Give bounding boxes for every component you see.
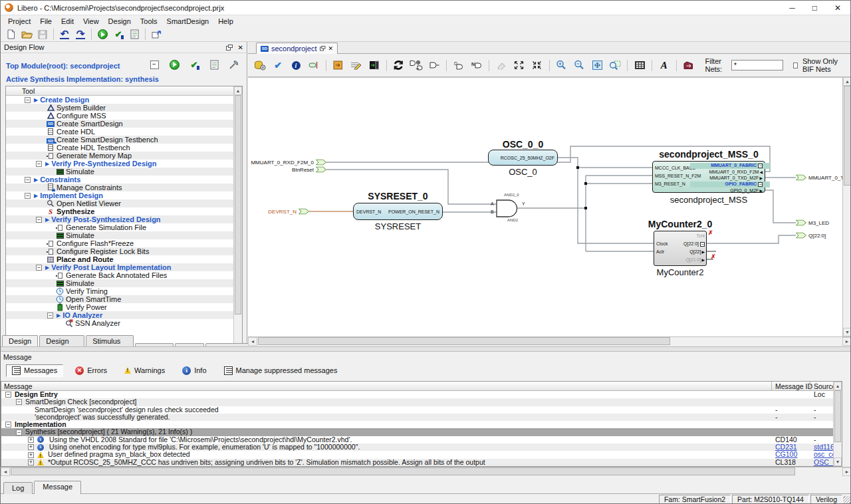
zoom-out-icon[interactable] — [571, 57, 587, 74]
message-row[interactable]: SmartDesign 'secondproject' design rules… — [1, 406, 842, 414]
scrollbar-thumb[interactable] — [834, 390, 841, 442]
expand-collapse-icon[interactable]: − — [5, 422, 11, 428]
disconnect-gate-icon[interactable] — [426, 57, 442, 74]
expand-collapse-icon[interactable]: − — [36, 265, 42, 271]
grid-icon[interactable] — [632, 57, 648, 74]
scroll-up-icon[interactable]: ▲ — [843, 77, 851, 86]
flow-tree-item-create-design[interactable]: −▶Create Design — [6, 96, 242, 104]
menu-help[interactable]: Help — [213, 17, 238, 26]
pin-power-on-reset-n[interactable]: POWER_ON_RESET_N — [388, 208, 439, 216]
expand-collapse-icon[interactable]: − — [25, 177, 31, 183]
minimize-view-icon[interactable] — [529, 57, 545, 74]
tab-log[interactable]: Log — [3, 482, 33, 494]
design-flow-scrollbar[interactable]: ▲ ▼ — [233, 86, 242, 372]
scrollbar-thumb[interactable] — [235, 95, 241, 315]
pin-q-22-0-[interactable]: Q[22:0]− — [665, 240, 705, 248]
scroll-up-icon[interactable]: ▲ — [834, 382, 842, 390]
zoom-in-icon[interactable] — [553, 57, 569, 74]
generate-component-icon[interactable] — [252, 57, 268, 74]
canvas-vertical-scrollbar[interactable]: ▲ ▼ — [842, 77, 851, 336]
instance-sysreset[interactable]: DEVRST_N POWER_ON_RESET_N — [353, 203, 443, 220]
message-row[interactable]: −Design Entry — [1, 391, 842, 398]
flow-tree-item-verify-post-layout-implementation[interactable]: −▶Verify Post Layout Implementation — [6, 263, 242, 271]
expand-collapse-icon[interactable]: − — [36, 161, 42, 167]
verify-flow-icon[interactable]: ✔ — [187, 58, 201, 71]
close-tab-icon[interactable]: ✕ — [328, 45, 334, 52]
flow-tree-item-create-smartdesign-testbench[interactable]: SDCreate SmartDesign Testbench — [6, 136, 242, 144]
collapse-all-icon[interactable]: − — [147, 58, 162, 71]
message-id-cell[interactable]: CG100 — [775, 451, 808, 458]
expand-collapse-icon[interactable]: + — [28, 459, 34, 465]
menu-view[interactable]: View — [78, 17, 104, 26]
manage-suppressed-messages-button[interactable]: Manage suppressed messages — [219, 365, 343, 376]
instance-title-mycounter2[interactable]: MyCounter2_0 — [644, 219, 717, 229]
instance-title-sysreset[interactable]: SYSRESET_0 — [353, 191, 443, 201]
flow-tree-item-implement-design[interactable]: −▶Implement Design — [6, 191, 242, 199]
menu-edit[interactable]: Edit — [57, 17, 78, 26]
column-message-id[interactable]: Message ID — [775, 382, 812, 390]
expand-collapse-icon[interactable]: − — [47, 313, 53, 318]
memory-map-icon[interactable] — [330, 57, 346, 74]
pin-gpio-0-m2f[interactable]: GPIO_0_M2F▶ — [690, 188, 763, 193]
promote-gate-icon[interactable]: D — [451, 57, 467, 74]
and2-pin-a[interactable]: A — [491, 201, 494, 206]
tool-column-header[interactable]: Tool — [6, 86, 242, 96]
scroll-down-icon[interactable]: ▼ — [834, 457, 842, 466]
menu-file[interactable]: File — [35, 17, 57, 26]
flow-tree-item-synthesize[interactable]: SSynthesize — [6, 207, 242, 215]
report-flow-icon[interactable] — [207, 58, 221, 71]
flow-tree-item-create-hdl[interactable]: Create HDL — [6, 128, 242, 136]
report-icon[interactable] — [127, 28, 142, 41]
undo-icon[interactable]: ↶ — [57, 28, 72, 41]
add-text-icon[interactable]: A — [656, 57, 672, 74]
instance-mss[interactable]: MCCC_CLK_BASEMSS_RESET_N_F2MM3_RESET_N M… — [652, 161, 765, 193]
scrollbar-thumb[interactable] — [258, 337, 670, 345]
message-row[interactable]: −SmartDesign Check [secondproject] — [1, 398, 842, 406]
input-port-btnreset[interactable]: BtnReset — [292, 167, 326, 173]
input-port-mmuart-0-rxd-f2m-0[interactable]: MMUART_0_RXD_F2M_0 — [251, 160, 326, 166]
save-icon[interactable] — [35, 28, 50, 41]
and2-pin-y[interactable]: Y — [522, 201, 525, 206]
expand-collapse-icon[interactable]: − — [25, 97, 31, 103]
expand-collapse-icon[interactable]: − — [25, 193, 31, 199]
message-row[interactable]: +*Output RCOSC_25_50MHZ_CCC has undriven… — [1, 459, 842, 466]
scroll-left-icon[interactable]: ◄ — [248, 337, 257, 346]
flow-tree-item-system-builder[interactable]: System Builder — [6, 104, 242, 112]
errors-button[interactable]: ✕Errors — [70, 365, 112, 376]
expand-collapse-icon[interactable]: + — [28, 444, 34, 450]
resize-grip[interactable] — [843, 496, 851, 504]
pin-devrst-n[interactable]: DEVRST_N — [356, 208, 381, 216]
column-message[interactable]: Message — [4, 382, 33, 390]
flow-tree-item-configure-mss[interactable]: Configure MSS — [6, 112, 242, 120]
maximize-view-icon[interactable] — [511, 57, 527, 74]
flow-tree-item-open-smarttime[interactable]: Open SmartTime — [6, 295, 242, 303]
pin-q-21-0-[interactable]: Q[21:0]▶ — [665, 256, 705, 264]
maximize-workspace-icon[interactable] — [149, 28, 164, 41]
messages-button[interactable]: Messages — [6, 364, 63, 377]
scrollbar-thumb[interactable] — [844, 86, 851, 186]
scroll-left-icon[interactable]: ◄ — [1, 467, 10, 476]
expand-collapse-icon[interactable]: − — [36, 217, 42, 223]
float-tab-icon[interactable] — [320, 46, 326, 51]
tab-message[interactable]: Message — [34, 481, 81, 494]
output-port-q-22-0-[interactable]: Q[22:0] — [796, 233, 826, 239]
open-project-icon[interactable] — [19, 28, 34, 41]
expand-collapse-icon[interactable]: + — [28, 437, 34, 443]
scroll-right-icon[interactable]: ► — [842, 337, 851, 346]
flow-tree-item-generate-memory-map[interactable]: Generate Memory Map — [6, 152, 242, 160]
flow-tree-item-simulate[interactable]: Simulate — [6, 279, 242, 287]
pin-rcosc-25-50mhz-o2f[interactable]: RCOSC_25_50MHZ_O2F — [501, 154, 554, 162]
message-row[interactable]: +iUsing onehot encoding for type mvl9plu… — [1, 443, 842, 451]
message-row[interactable]: −Implementation — [1, 421, 842, 428]
tab-secondproject[interactable]: SD secondproject ✕ — [256, 43, 338, 54]
instance-title-osc[interactable]: OSC_0_0 — [488, 139, 558, 150]
zoom-to-fit-icon[interactable] — [589, 57, 605, 74]
simulate-testbench-icon[interactable] — [366, 57, 382, 74]
message-row[interactable]: +iUsing the VHDL 2008 Standard for file … — [1, 436, 842, 443]
flow-tree-item-verify-pre-synthesized-design[interactable]: −▶Verify Pre-Synthesized Design — [6, 160, 242, 168]
auto-arrange-icon[interactable] — [390, 57, 406, 74]
configure-tools-icon[interactable] — [227, 58, 241, 71]
message-vertical-scrollbar[interactable]: ▲ ▼ — [833, 382, 842, 466]
horizontal-splitter[interactable] — [1, 346, 851, 352]
flow-tree-item-generate-simulation-file[interactable]: Generate Simulation File — [6, 223, 242, 231]
